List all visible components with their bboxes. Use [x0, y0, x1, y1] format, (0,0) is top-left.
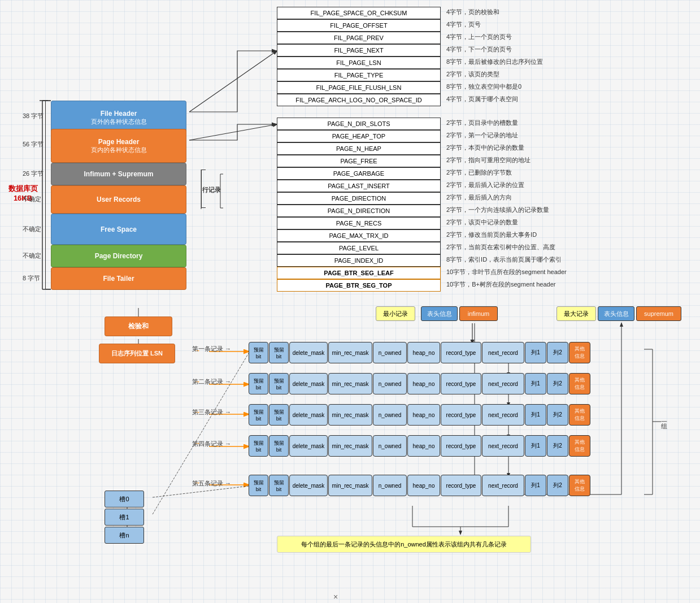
- rec3-col2: 列2: [547, 404, 568, 426]
- ph-field-13: PAGE_BTR_SEG_TOP: [277, 279, 441, 292]
- ph-field-10: PAGE_LEVEL: [277, 242, 441, 254]
- ph-field-6: PAGE_DIRECTION: [277, 192, 441, 205]
- rec5-arrow: →: [194, 479, 201, 486]
- file-header-bytes: 38 字节: [23, 112, 44, 120]
- ph-desc-11: 8字节，索引ID，表示当前页属于哪个索引: [446, 255, 562, 264]
- svg-line-27: [153, 486, 249, 497]
- main-canvas: 行记录: [0, 0, 700, 603]
- rec4-other: 其他信息: [569, 435, 590, 457]
- fil-desc-2: 4字节，上一个页的页号: [446, 33, 512, 41]
- max-record-label: 最大记录: [556, 306, 596, 321]
- rec4-bit2: 预留bit: [269, 435, 289, 457]
- rec4-col2: 列2: [547, 435, 568, 457]
- ph-desc-12: 10字节，非叶节点所在段的segment header: [446, 268, 567, 276]
- fil-desc-6: 8字节，独立表空间中都是0: [446, 83, 521, 91]
- ph-desc-0: 2字节，页目录中的槽数量: [446, 119, 518, 127]
- header-info-min: 表头信息: [421, 306, 458, 321]
- page-directory-block: Page Directory: [51, 245, 186, 267]
- checksum-box: 检验和: [105, 316, 172, 336]
- svg-line-4: [189, 51, 277, 112]
- rec5-col2: 列2: [547, 475, 568, 496]
- rec5-min-rec-mask: min_rec_mask: [328, 475, 372, 496]
- user-records-block: User Records: [51, 185, 186, 214]
- page-header-block: Page Header页内的各种状态信息: [51, 129, 186, 163]
- lsn-box: 日志序列位置 LSN: [99, 344, 175, 363]
- ph-desc-13: 10字节，B+树所在段的segment header: [446, 280, 556, 289]
- ph-field-7: PAGE_N_DIRECTION: [277, 205, 441, 217]
- fil-field-1: FIL_PAGE_OFFSET: [277, 19, 441, 32]
- file-tailer-block: File Tailer: [51, 267, 186, 290]
- row-records-label: 行记录: [202, 185, 221, 194]
- fil-desc-3: 4字节，下一个页的页号: [446, 45, 512, 54]
- rec4-min-rec-mask: min_rec_mask: [328, 435, 372, 457]
- rec5-next-record: next_record: [482, 475, 524, 496]
- ph-field-8: PAGE_N_RECS: [277, 217, 441, 229]
- fil-field-4: FIL_PAGE_LSN: [277, 57, 441, 69]
- rec5-delete-mask: delete_mask: [289, 475, 328, 496]
- slot-0: 槽0: [105, 491, 144, 507]
- rec4-delete-mask: delete_mask: [289, 435, 328, 457]
- rec3-bit2: 预留bit: [269, 404, 289, 426]
- fil-desc-4: 8字节，最后被修改的日志序列位置: [446, 58, 543, 66]
- rec4-next-record: next_record: [482, 435, 524, 457]
- rec2-heap-no: heap_no: [407, 373, 440, 394]
- fil-field-5: FIL_PAGE_TYPE: [277, 69, 441, 81]
- file-tailer-bytes: 8 字节: [23, 274, 40, 283]
- ph-field-4: PAGE_GARBAGE: [277, 167, 441, 180]
- group-annotation: 每个组的最后一条记录的头信息中的n_owned属性表示该组内共有几条记录: [277, 536, 531, 553]
- rec3-min-rec-mask: min_rec_mask: [328, 404, 372, 426]
- page-header-bytes: 56 字节: [23, 140, 44, 149]
- ph-desc-5: 2字节，最后插入记录的位置: [446, 181, 524, 189]
- rec1-bit1: 预留bit: [249, 342, 268, 363]
- rec1-heap-no: heap_no: [407, 342, 440, 363]
- rec5-other: 其他信息: [569, 475, 590, 496]
- rec3-n-owned: n_owned: [373, 404, 407, 426]
- rec2-min-rec-mask: min_rec_mask: [328, 373, 372, 394]
- rec3-col1: 列1: [525, 404, 546, 426]
- fil-desc-0: 4字节，页的校验和: [446, 8, 499, 16]
- rec1-record-type: record_type: [441, 342, 481, 363]
- rec4-n-owned: n_owned: [373, 435, 407, 457]
- rec4-heap-no: heap_no: [407, 435, 440, 457]
- close-icon-bottom[interactable]: ×: [333, 592, 338, 601]
- rec2-bit2: 预留bit: [269, 373, 289, 394]
- rec5-bit1: 预留bit: [249, 475, 268, 496]
- svg-line-5: [189, 124, 277, 140]
- rec1-delete-mask: delete_mask: [289, 342, 328, 363]
- rec4-arrow: →: [194, 440, 201, 446]
- slot-n: 槽n: [105, 527, 144, 544]
- rec1-min-rec-mask: min_rec_mask: [328, 342, 372, 363]
- rec2-col2: 列2: [547, 373, 568, 394]
- rec3-bit1: 预留bit: [249, 404, 268, 426]
- rec1-bit2: 预留bit: [269, 342, 289, 363]
- ph-field-3: PAGE_FREE: [277, 155, 441, 167]
- rec5-heap-no: heap_no: [407, 475, 440, 496]
- fil-field-0: FIL_PAGE_SPACE_OR_CHKSUM: [277, 7, 441, 19]
- fil-field-6: FIL_PAGE_FILE_FLUSH_LSN: [277, 81, 441, 94]
- ph-desc-6: 2字节，最后插入的方向: [446, 193, 512, 202]
- fil-field-3: FIL_PAGE_NEXT: [277, 44, 441, 57]
- rec2-bit1: 预留bit: [249, 373, 268, 394]
- rec3-delete-mask: delete_mask: [289, 404, 328, 426]
- rec1-next-record: next_record: [482, 342, 524, 363]
- ph-desc-10: 2字节，当前页在索引树中的位置、高度: [446, 243, 555, 251]
- header-info-max: 表头信息: [598, 306, 634, 321]
- rec2-n-owned: n_owned: [373, 373, 407, 394]
- rec2-delete-mask: delete_mask: [289, 373, 328, 394]
- min-record-label: 最小记录: [376, 306, 415, 321]
- rec2-arrow: →: [194, 378, 201, 385]
- ph-desc-8: 2字节，该页中记录的数量: [446, 218, 518, 227]
- fil-desc-7: 4字节，页属于哪个表空间: [446, 95, 518, 103]
- rec2-next-record: next_record: [482, 373, 524, 394]
- rec2-other: 其他信息: [569, 373, 590, 394]
- rec5-col1: 列1: [525, 475, 546, 496]
- ph-field-2: PAGE_N_HEAP: [277, 142, 441, 155]
- infimum-bytes: 26 字节: [23, 170, 44, 178]
- supremum-box: supremum: [636, 306, 681, 321]
- rec5-record-type: record_type: [441, 475, 481, 496]
- fil-field-2: FIL_PAGE_PREV: [277, 32, 441, 44]
- rec3-heap-no: heap_no: [407, 404, 440, 426]
- infimum-box: infimum: [459, 306, 498, 321]
- rec1-arrow: →: [194, 347, 201, 354]
- rec1-col2: 列2: [547, 342, 568, 363]
